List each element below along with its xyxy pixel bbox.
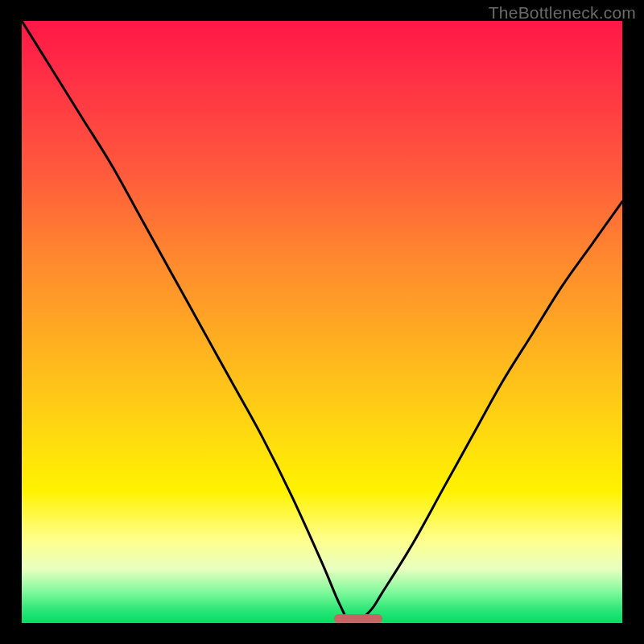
watermark-text: TheBottleneck.com <box>489 3 636 23</box>
plot-area <box>22 21 622 623</box>
chart-frame: TheBottleneck.com <box>0 0 644 644</box>
optimal-range-marker <box>334 614 382 623</box>
bottleneck-curve <box>22 21 622 623</box>
